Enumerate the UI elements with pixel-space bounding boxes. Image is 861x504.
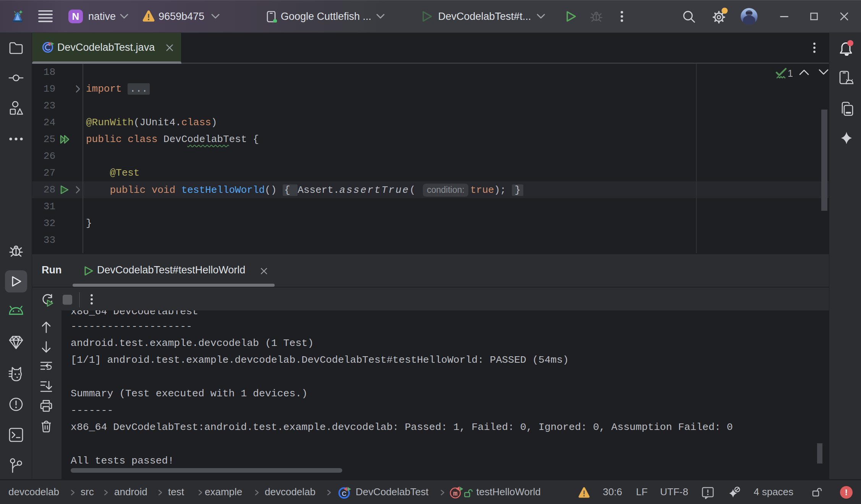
svg-text:C: C: [342, 490, 346, 498]
svg-text:m: m: [453, 489, 457, 498]
